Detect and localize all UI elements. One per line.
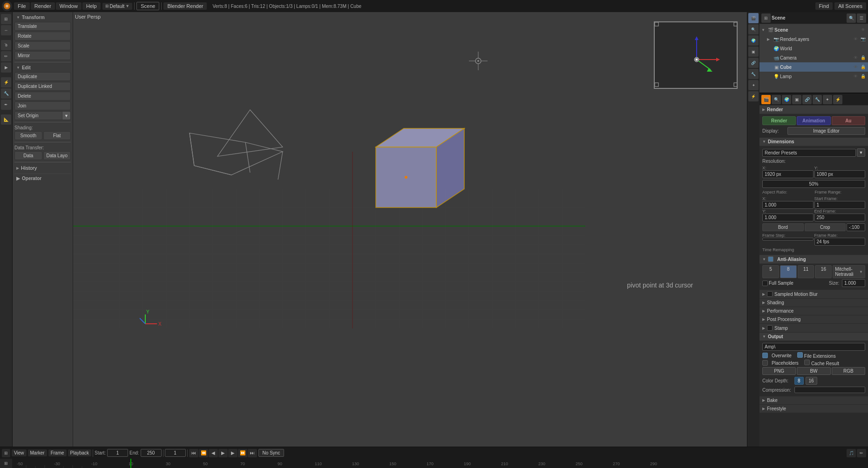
dimensions-section-header[interactable]: ▼ Dimensions bbox=[760, 138, 868, 146]
ftl-sync-btn[interactable]: No Sync bbox=[258, 449, 285, 457]
screen-layout-btn[interactable]: ⊞ Default ▼ bbox=[102, 3, 133, 10]
fileext-cb[interactable] bbox=[797, 352, 803, 358]
render-presets-input[interactable]: Render Presets bbox=[762, 149, 856, 157]
find-btn[interactable]: Find bbox=[815, 2, 833, 10]
smb-checkbox[interactable] bbox=[767, 291, 773, 297]
res-x-input[interactable]: 1920 px bbox=[762, 170, 814, 178]
freestyle-section[interactable]: ▶ Freestyle bbox=[760, 405, 868, 413]
ftl-marker-btn[interactable]: Marker bbox=[28, 449, 47, 456]
otb-icon-search[interactable]: 🔍 bbox=[847, 13, 856, 23]
ftl-play[interactable]: ▶ bbox=[218, 449, 228, 457]
duplicate-btn[interactable]: Duplicate bbox=[14, 72, 71, 81]
camera-lock[interactable]: 🔒 bbox=[860, 55, 866, 60]
engine-select[interactable]: Blender Render bbox=[163, 2, 207, 10]
aa-section-header[interactable]: ▼ Anti-Aliasing bbox=[760, 255, 868, 264]
ftl-prev-frame[interactable]: ◀ bbox=[209, 449, 218, 457]
toolbar-icon-6[interactable]: ⚡ bbox=[1, 77, 11, 87]
cube-lock[interactable]: 🔒 bbox=[860, 65, 866, 69]
props-tab-physics[interactable]: ⚡ bbox=[833, 95, 842, 104]
rst-particles[interactable]: ✦ bbox=[748, 80, 759, 90]
rgb-btn[interactable]: RGB bbox=[832, 367, 865, 375]
toolbar-icon-2[interactable]: ↔ bbox=[1, 25, 11, 35]
camera-eye[interactable]: 👁 bbox=[852, 55, 859, 60]
aa-16[interactable]: 16 bbox=[815, 265, 832, 278]
ftl-icon-2[interactable]: ✏ bbox=[857, 449, 866, 457]
ftl-end-input[interactable] bbox=[141, 449, 162, 457]
format-btn[interactable]: PNG bbox=[762, 367, 796, 375]
res-y-input[interactable]: 1080 px bbox=[814, 170, 866, 178]
flat-btn[interactable]: Flat bbox=[43, 131, 71, 140]
rst-constraints[interactable]: 🔗 bbox=[748, 58, 759, 68]
mirror-btn[interactable]: Mirror bbox=[14, 51, 71, 60]
history-section[interactable]: ▶ History bbox=[14, 164, 71, 172]
lamp-lock[interactable]: 🔒 bbox=[860, 74, 866, 79]
rl-eye[interactable]: 👁 bbox=[852, 37, 859, 41]
scale-btn[interactable]: Scale bbox=[14, 41, 71, 50]
outliner-item-lamp[interactable]: 💡 Lamp 👁 🔒 bbox=[760, 72, 868, 81]
shading-section[interactable]: ▶ Shading bbox=[760, 299, 868, 307]
data-layo-btn[interactable]: Data Layo bbox=[43, 151, 71, 160]
scene-name[interactable]: Scene bbox=[136, 2, 159, 10]
output-section-header[interactable]: ▼ Output bbox=[760, 333, 868, 341]
stamp-checkbox[interactable] bbox=[767, 325, 773, 331]
end-input[interactable]: 250 bbox=[814, 214, 866, 221]
rst-world[interactable]: 🌍 bbox=[748, 35, 759, 46]
ftl-prev-key[interactable]: ⏪ bbox=[199, 449, 208, 457]
bord-btn[interactable]: Bord bbox=[762, 223, 804, 231]
ftl-view-btn[interactable]: View bbox=[12, 449, 27, 456]
menu-window[interactable]: Window bbox=[56, 2, 81, 10]
join-btn[interactable]: Join bbox=[14, 101, 71, 110]
all-scenes-btn[interactable]: All Scenes bbox=[834, 2, 866, 10]
aa-11[interactable]: 11 bbox=[798, 265, 814, 278]
props-scene-section[interactable]: ▶ Render bbox=[760, 106, 868, 114]
ftl-frame-input[interactable] bbox=[165, 449, 186, 457]
aa-checkbox[interactable] bbox=[768, 256, 773, 262]
props-tab-constraints[interactable]: 🔗 bbox=[802, 95, 812, 104]
viewport[interactable]: User Persp bbox=[73, 12, 747, 459]
rst-scene[interactable]: 🔍 bbox=[748, 24, 759, 34]
operator-title[interactable]: ▶ Operator bbox=[16, 176, 69, 181]
props-tab-modifier[interactable]: 🔧 bbox=[813, 95, 822, 104]
outliner-item-cube[interactable]: ▣ Cube 👁 🔒 bbox=[760, 62, 868, 72]
ftl-frame-btn[interactable]: Frame bbox=[48, 449, 67, 456]
toolbar-icon-3[interactable]: 🖱 bbox=[1, 40, 11, 50]
bw-btn[interactable]: BW bbox=[797, 367, 830, 375]
translate-btn[interactable]: Translate bbox=[14, 22, 71, 31]
fr-step-input[interactable] bbox=[762, 238, 814, 241]
otb-icon-layout[interactable]: ⊞ bbox=[761, 13, 771, 23]
props-tab-scene[interactable]: 🔍 bbox=[772, 95, 781, 104]
tl-icon[interactable]: ⊞ bbox=[0, 459, 12, 468]
rst-modifier[interactable]: 🔧 bbox=[748, 69, 759, 79]
rotate-btn[interactable]: Rotate bbox=[14, 32, 71, 40]
ftl-next-key[interactable]: ⏩ bbox=[238, 449, 247, 457]
placeholder-cb[interactable] bbox=[762, 360, 768, 366]
props-tab-particles[interactable]: ✦ bbox=[823, 95, 832, 104]
outliner-item-camera[interactable]: 📹 Camera 👁 🔒 bbox=[760, 53, 868, 62]
blender-logo[interactable] bbox=[2, 1, 12, 11]
sampled-motion-blur-section[interactable]: ▶ Sampled Motion Blur bbox=[760, 290, 868, 299]
rst-physics[interactable]: ⚡ bbox=[748, 91, 759, 101]
toolbar-icon-8[interactable]: ✒ bbox=[1, 100, 11, 110]
render-presets-arrow[interactable]: ▼ bbox=[857, 148, 865, 157]
toolbar-icon-4[interactable]: ✏ bbox=[1, 51, 11, 61]
ftl-jump-start[interactable]: ⏮ bbox=[189, 449, 198, 457]
aa-filter-btn[interactable]: Mitchell-Netravali ▼ bbox=[833, 265, 865, 278]
cube-eye[interactable]: 👁 bbox=[852, 65, 859, 69]
rl-render[interactable]: 📷 bbox=[860, 37, 866, 41]
ftl-next-frame[interactable]: ▶ bbox=[228, 449, 237, 457]
props-tab-render[interactable]: 🎬 bbox=[761, 95, 771, 104]
scene-eye[interactable]: 👁 bbox=[860, 27, 866, 32]
toolbar-icon-5[interactable]: ▶ bbox=[1, 62, 11, 73]
outliner-item-renderlayers[interactable]: ▶ 📷 RenderLayers 👁 📷 bbox=[760, 34, 868, 44]
set-origin-main[interactable]: Set Origin bbox=[14, 111, 62, 120]
ftl-toggle-icon[interactable]: ⊞ bbox=[2, 449, 10, 457]
ftl-icon-1[interactable]: 🎵 bbox=[847, 449, 856, 457]
size-input[interactable]: 1.000 bbox=[842, 279, 865, 287]
performance-section[interactable]: ▶ Performance bbox=[760, 307, 868, 315]
cache-cb[interactable] bbox=[804, 360, 810, 365]
bord-value[interactable]: -:100 bbox=[847, 223, 865, 231]
color-depth-16[interactable]: 16 bbox=[806, 377, 817, 385]
toolbar-icon-7[interactable]: 🔧 bbox=[1, 88, 11, 99]
compression-bar[interactable] bbox=[794, 387, 865, 393]
ftl-playback-btn[interactable]: Playback bbox=[68, 449, 92, 456]
